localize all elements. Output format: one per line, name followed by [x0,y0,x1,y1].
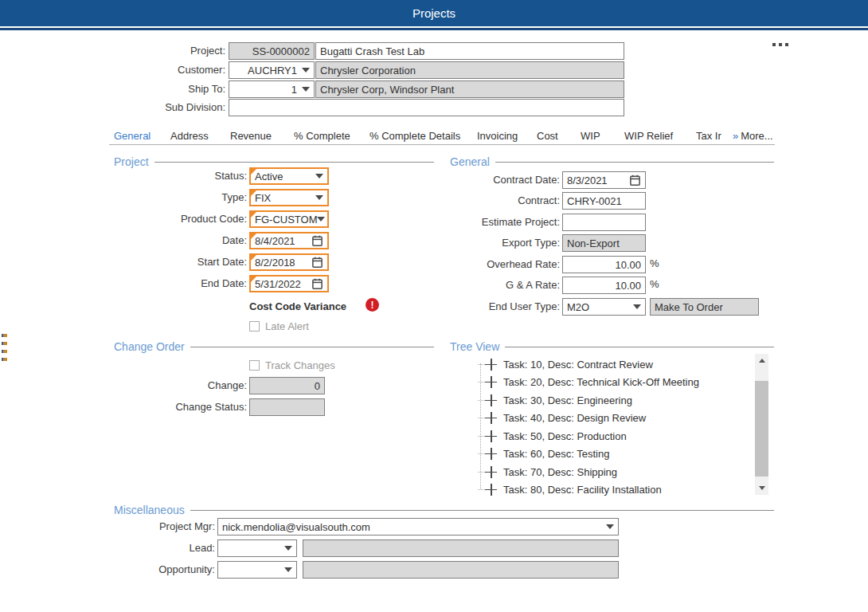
tree-item[interactable]: Task: 80, Desc: Facility Installation [478,481,662,498]
date-input[interactable]: 8/4/2021 [249,232,329,249]
contract-input[interactable]: CHRY-0021 [562,192,646,210]
ga-rate-label: G & A Rate: [414,277,560,294]
tree-expand-icon[interactable] [485,394,497,406]
start-date-label: Start Date: [96,253,247,271]
tree-item[interactable]: Task: 70, Desc: Shipping [478,463,617,481]
dropdown-arrow-icon [317,217,325,222]
end-user-type-label: End User Type: [414,298,560,316]
section-header-change-order: Change Order [114,339,434,354]
grip-dot-icon [2,334,7,337]
project-name-input[interactable]: Bugatti Crash Test Lab [315,42,624,60]
late-alert-label: Late Alert [265,318,345,335]
dropdown-arrow-icon [302,87,310,92]
opportunity-dropdown[interactable] [217,561,297,579]
tree-item[interactable]: Task: 30, Desc: Engineering [478,391,632,409]
scroll-thumb[interactable] [755,381,768,477]
track-changes-checkbox[interactable] [249,360,260,371]
product-code-dropdown[interactable]: FG-CUSTOM [249,210,329,228]
customer-name-field: Chrysler Corporation [315,61,624,79]
dropdown-arrow-icon [315,195,323,200]
chevron-more-icon: » [733,130,738,142]
titlebar: Projects [0,0,868,26]
dropdown-arrow-icon [302,68,310,73]
end-user-type-dropdown[interactable]: M2O [562,298,646,316]
splitter-grip[interactable] [2,334,7,366]
grip-dot-icon [2,350,7,353]
calendar-icon [629,175,641,186]
triangle-down-icon [759,486,765,490]
grip-dot-icon [2,342,7,345]
tree-expand-icon[interactable] [485,448,497,460]
customer-dropdown[interactable]: AUCHRY1 [229,61,315,79]
tab-wip[interactable]: WIP [581,130,600,142]
lead-dropdown[interactable] [217,539,297,557]
contract-label: Contract: [414,192,560,210]
tab-address[interactable]: Address [170,130,209,142]
shipto-label: Ship To: [96,80,225,98]
end-user-type-description-field: Make To Order [650,298,759,316]
tree-expand-icon[interactable] [485,430,497,442]
date-label: Date: [96,232,247,249]
overhead-rate-input[interactable]: 10.00 [562,256,646,273]
status-label: Status: [96,167,247,185]
change-field: 0 [249,377,325,394]
tab-percent-complete[interactable]: % Complete [294,130,350,142]
tab-percent-complete-details[interactable]: % Complete Details [369,130,460,142]
calendar-icon [311,235,323,247]
lead-label: Lead: [96,539,215,557]
tree-item[interactable]: Task: 10, Desc: Contract Review [478,355,653,373]
status-dropdown[interactable]: Active [249,167,329,185]
shipto-dropdown[interactable]: 1 [229,80,315,98]
export-type-label: Export Type: [414,234,560,252]
dropdown-arrow-icon [284,546,292,551]
type-dropdown[interactable]: FIX [249,189,329,206]
tab-tax[interactable]: Tax Ir [696,130,721,142]
tree-scrollbar[interactable] [755,354,768,495]
tree-item[interactable]: Task: 60, Desc: Testing [478,445,609,462]
late-alert-checkbox[interactable] [249,321,260,332]
start-date-input[interactable]: 8/2/2018 [249,253,329,271]
tab-more[interactable]: »More... [733,130,773,142]
estimate-project-input[interactable] [562,214,646,231]
tab-cost[interactable]: Cost [537,130,558,142]
calendar-icon [311,278,323,290]
contract-date-input[interactable]: 8/3/2021 [562,171,646,189]
scroll-up-button[interactable] [755,354,768,367]
end-date-label: End Date: [96,275,247,292]
ellipsis-menu-button[interactable] [772,43,788,46]
ellipsis-icon [772,43,776,46]
shipto-name-field: Chrysler Corp, Windsor Plant [315,80,624,98]
export-type-field: Non-Export [562,234,646,252]
tree-expand-icon[interactable] [485,466,497,478]
projects-window: Projects Project: SS-0000002 Bugatti Cra… [0,0,868,612]
dropdown-arrow-icon [284,567,292,572]
end-date-input[interactable]: 5/31/2022 [249,275,329,292]
tree-expand-icon[interactable] [485,359,497,371]
overhead-rate-percent-sign: % [650,257,659,269]
type-label: Type: [96,189,247,206]
tab-wip-relief[interactable]: WIP Relief [624,130,673,142]
project-mgr-label: Project Mgr: [96,518,215,536]
tree-expand-icon[interactable] [485,376,497,388]
project-mgr-dropdown[interactable]: nick.mendolia@visualsouth.com [217,518,619,536]
tree-item[interactable]: Task: 20, Desc: Technical Kick-Off Meeti… [478,373,699,390]
tree-item[interactable]: Task: 40, Desc: Design Review [478,409,646,426]
calendar-icon [311,257,323,269]
tab-general[interactable]: General [114,130,151,142]
product-code-label: Product Code: [96,210,247,228]
tree-item[interactable]: Task: 50, Desc: Production [478,427,627,445]
tab-revenue[interactable]: Revenue [230,130,272,142]
scroll-down-button[interactable] [755,481,768,495]
tab-invoicing[interactable]: Invoicing [477,130,518,142]
ellipsis-icon [785,43,788,46]
customer-label: Customer: [96,61,225,79]
ga-rate-input[interactable]: 10.00 [562,277,646,294]
overhead-rate-label: Overhead Rate: [414,256,560,273]
section-header-tree-view: Tree View [450,339,774,354]
estimate-project-label: Estimate Project: [414,214,560,231]
ga-rate-percent-sign: % [650,278,659,290]
subdivision-input[interactable] [229,99,624,116]
tree-expand-icon[interactable] [485,412,497,424]
tree-expand-icon[interactable] [485,484,497,496]
ellipsis-icon [779,43,782,46]
